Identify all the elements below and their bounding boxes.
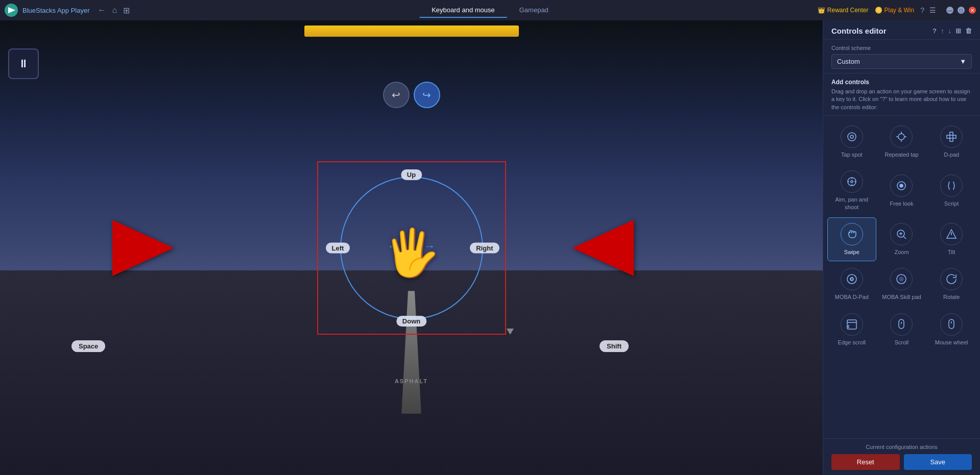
pause-icon: ⏸ [18, 57, 29, 70]
control-item-rotate[interactable]: Rotate [927, 262, 976, 306]
hand-cursor-icon: 🖐 [383, 230, 440, 276]
pause-button[interactable]: ⏸ [8, 48, 39, 79]
coin-icon: 🪙 [875, 7, 882, 14]
back-button[interactable]: ← [96, 4, 108, 17]
control-item-aim-pan[interactable]: Aim, pan and shoot [827, 165, 876, 216]
panel-upload-icon[interactable]: ↑ [941, 27, 944, 35]
control-item-repeated-tap[interactable]: Repeated tap [877, 120, 926, 164]
panel-download-icon[interactable]: ↓ [948, 27, 952, 35]
control-item-edge-scroll[interactable]: Edge scroll [827, 308, 876, 352]
panel-header: Controls editor ? ↑ ↓ ⊞ 🗑 [823, 20, 980, 40]
moba-dpad-label: MOBA D-Pad [835, 293, 869, 301]
panel-title: Controls editor ? ↑ ↓ ⊞ 🗑 [831, 27, 972, 35]
scroll-icon [890, 313, 913, 336]
control-item-tilt[interactable]: Tilt [927, 217, 976, 261]
dir-left-label: Left [326, 242, 350, 253]
save-button[interactable]: Save [904, 454, 972, 470]
svg-point-10 [851, 181, 853, 183]
dir-up-label: Up [401, 169, 422, 180]
control-item-tap-spot[interactable]: Tap spot [827, 120, 876, 164]
red-arrow-left [112, 220, 174, 276]
svg-point-4 [898, 134, 904, 140]
zoom-label: Zoom [894, 248, 909, 256]
bottom-buttons: Reset Save [831, 454, 972, 470]
add-controls-desc: Drag and drop an action on your game scr… [831, 88, 972, 111]
control-item-script[interactable]: Script [927, 165, 976, 216]
control-item-swipe[interactable]: Swipe [827, 217, 876, 261]
swipe-inner: Up Down Left Right ← → 🖐 [340, 177, 483, 319]
bottom-actions: Current configuration actions Reset Save [823, 438, 980, 475]
nav-buttons: ← ⌂ ⊞ [96, 4, 132, 17]
help-icon[interactable]: ? [920, 6, 924, 14]
svg-point-3 [850, 135, 853, 138]
current-config-label: Current configuration actions [831, 444, 972, 450]
control-item-zoom[interactable]: Zoom [877, 217, 926, 261]
tilt-icon [940, 223, 963, 245]
play-win[interactable]: 🪙 Play & Win [875, 7, 915, 14]
panel-help-icon[interactable]: ? [933, 27, 937, 35]
panel-copy-icon[interactable]: ⊞ [955, 27, 961, 35]
close-button[interactable]: ✕ [969, 7, 976, 14]
add-controls-title: Add controls [831, 79, 972, 86]
chevron-down-icon: ▼ [960, 58, 966, 65]
panel-delete-icon[interactable]: 🗑 [965, 27, 972, 35]
control-item-free-look[interactable]: Free look [877, 165, 926, 216]
swipe-control-box[interactable]: Up Down Left Right ← → 🖐 [317, 161, 506, 335]
moba-skill-label: MOBA Skill pad [882, 293, 921, 301]
minimap-indicator [507, 329, 514, 335]
reward-center[interactable]: 👑 Reward Center [818, 7, 869, 14]
mouse-wheel-label: Mouse wheel [935, 339, 968, 346]
rotate-icon [940, 268, 963, 290]
control-item-moba-dpad[interactable]: 6MOBA D-Pad [827, 262, 876, 306]
dir-down-label: Down [396, 316, 426, 327]
d-pad-icon [940, 126, 963, 148]
yellow-bar [304, 26, 519, 37]
tilt-label: Tilt [948, 248, 955, 256]
tab-keyboard[interactable]: Keyboard and mouse [419, 3, 507, 18]
mouse-wheel-icon [940, 313, 963, 336]
control-item-moba-skill[interactable]: MOBA Skill pad [877, 262, 926, 306]
scheme-select[interactable]: Custom ▼ [831, 54, 972, 69]
aim-pan-icon [841, 170, 863, 193]
svg-rect-7 [947, 135, 950, 138]
shift-key-label: Shift [600, 340, 629, 352]
left-turn-arrow[interactable]: ↩ [383, 82, 410, 108]
free-look-label: Free look [890, 200, 914, 207]
rotate-label: Rotate [943, 293, 960, 301]
red-arrow-right [572, 220, 634, 276]
main-area: ⏸ ↩ ↪ Space Shift Up [0, 20, 980, 475]
d-pad-label: D-pad [944, 151, 959, 158]
maximize-button[interactable]: □ [958, 7, 965, 14]
tap-spot-icon [841, 126, 863, 148]
aim-pan-label: Aim, pan and shoot [830, 196, 874, 211]
home-button[interactable]: ⌂ [110, 4, 119, 17]
menu-icon[interactable]: ☰ [929, 6, 936, 14]
moba-skill-icon [890, 268, 913, 290]
svg-rect-5 [950, 132, 953, 135]
tab-gamepad[interactable]: Gamepad [507, 3, 561, 18]
multi-instance-button[interactable]: ⊞ [121, 4, 132, 17]
crown-icon: 👑 [818, 7, 825, 14]
control-item-scroll[interactable]: Scroll [877, 308, 926, 352]
svg-line-18 [903, 236, 906, 239]
reset-button[interactable]: Reset [831, 454, 900, 470]
game-viewport: ⏸ ↩ ↪ Space Shift Up [0, 20, 823, 475]
control-item-d-pad[interactable]: D-pad [927, 120, 976, 164]
free-look-icon [890, 174, 913, 197]
game-brand-label: ASPHALT [395, 378, 428, 384]
control-scheme-section: Control scheme Custom ▼ [823, 40, 980, 73]
titlebar-icons: ? ☰ [920, 6, 936, 14]
bluestacks-logo [4, 3, 18, 17]
edge-scroll-label: Edge scroll [838, 339, 866, 346]
repeated-tap-label: Repeated tap [885, 151, 918, 158]
minimize-button[interactable]: — [946, 7, 953, 14]
titlebar-right: 👑 Reward Center 🪙 Play & Win ? ☰ — □ ✕ [818, 6, 976, 14]
control-item-mouse-wheel[interactable]: Mouse wheel [927, 308, 976, 352]
panel-title-icons: ? ↑ ↓ ⊞ 🗑 [933, 27, 972, 35]
svg-rect-32 [949, 319, 954, 329]
controls-grid: Tap spotRepeated tapD-padAim, pan and sh… [823, 116, 980, 438]
right-turn-arrow[interactable]: ↪ [414, 82, 440, 108]
dir-right-label: Right [470, 242, 499, 253]
window-controls: — □ ✕ [946, 7, 976, 14]
tap-spot-label: Tap spot [841, 151, 863, 158]
